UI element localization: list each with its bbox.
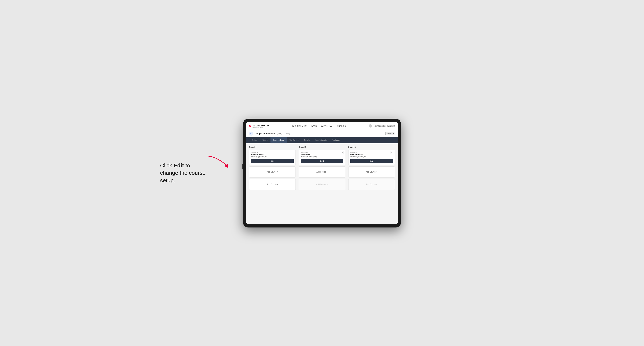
logo-text: SCOREBOARD bbox=[252, 125, 269, 127]
add-course-slot-r1-1[interactable]: Add Course + bbox=[249, 167, 296, 177]
round-3-title: Round 3 bbox=[348, 146, 395, 148]
course-card-round2: ✕ (Course A) Peachtree GC Yellow (M) (66… bbox=[299, 150, 345, 165]
tournament-gender: (Men) bbox=[277, 133, 282, 135]
course-details-r1: Yellow (M) (6629 yds) bbox=[251, 156, 294, 158]
logo-sub: Powered by clippd bbox=[252, 127, 269, 128]
user-avatar bbox=[369, 124, 372, 128]
nav-tournaments[interactable]: TOURNAMENTS bbox=[292, 125, 306, 127]
edit-button-round1[interactable]: Edit bbox=[251, 159, 294, 163]
course-details-r3: Yellow (M) (6629 yds) bbox=[350, 156, 393, 158]
nav-rankings[interactable]: RANKINGS bbox=[336, 125, 346, 127]
course-name-r2: Peachtree GC bbox=[301, 154, 343, 156]
user-area: blair@clippd.io | Sign out bbox=[369, 124, 395, 128]
course-details-r2: Yellow (M) (6629 yds) bbox=[301, 156, 343, 158]
tournament-name: Clippd Invitational bbox=[255, 132, 276, 135]
tab-course-setup[interactable]: Course Setup bbox=[270, 137, 287, 143]
close-icon: ✕ bbox=[393, 132, 394, 135]
course-label-r1: (Course A) bbox=[251, 152, 294, 153]
edit-button-round3[interactable]: Edit bbox=[350, 159, 393, 163]
course-label-r3: (Course A) bbox=[350, 152, 393, 153]
tab-teams[interactable]: Teams bbox=[260, 137, 270, 143]
nav-committee[interactable]: COMMITTEE bbox=[320, 125, 332, 127]
add-course-slot-r2-2: Add Course + bbox=[299, 179, 345, 190]
top-navigation: C SCOREBOARD Powered by clippd TOURNAMEN… bbox=[246, 122, 398, 130]
round-2-column: Round 2 ✕ (Course A) Peachtree GC Yellow… bbox=[299, 146, 345, 191]
course-card-round1: (Course A) Peachtree GC Yellow (M) (6629… bbox=[249, 150, 296, 165]
tab-tee-groups[interactable]: Tee Groups bbox=[287, 137, 302, 143]
course-name-r1: Peachtree GC bbox=[251, 154, 294, 156]
delete-icon-r2[interactable]: ✕ bbox=[341, 151, 344, 154]
round-1-title: Round 1 bbox=[249, 146, 296, 148]
add-course-label-r3-1: Add Course + bbox=[366, 171, 377, 173]
tournament-logo: C bbox=[249, 132, 253, 136]
round-3-column: Round 3 ✕ (Course A) Peachtree GC Yellow… bbox=[348, 146, 395, 191]
add-course-slot-r3-2: Add Course + bbox=[348, 179, 395, 190]
tab-bar: Details Teams Course Setup Tee Groups Re… bbox=[246, 137, 398, 143]
tournament-title-area: C Clippd Invitational (Men) Hosting bbox=[249, 132, 290, 136]
course-name-r3: Peachtree GC bbox=[350, 154, 393, 156]
add-course-label-r2-1: Add Course + bbox=[316, 171, 328, 173]
hosting-badge: Hosting bbox=[284, 133, 290, 135]
add-course-label-r1-1: Add Course + bbox=[267, 171, 278, 173]
tournament-header: C Clippd Invitational (Men) Hosting Canc… bbox=[246, 130, 398, 137]
sign-out-link[interactable]: | Sign out bbox=[387, 125, 395, 127]
nav-teams[interactable]: TEAMS bbox=[310, 125, 317, 127]
add-course-slot-r2-1[interactable]: Add Course + bbox=[299, 167, 345, 177]
cancel-button[interactable]: Cancel ✕ bbox=[385, 132, 395, 135]
logo-area: C SCOREBOARD Powered by clippd bbox=[249, 124, 269, 128]
user-email: blair@clippd.io bbox=[374, 125, 386, 127]
delete-icon-r3[interactable]: ✕ bbox=[390, 151, 393, 154]
add-course-label-r1-2: Add Course + bbox=[267, 183, 278, 185]
add-course-slot-r3-1[interactable]: Add Course + bbox=[348, 167, 395, 177]
round-2-title: Round 2 bbox=[299, 146, 345, 148]
course-card-round3: ✕ (Course A) Peachtree GC Yellow (M) (66… bbox=[348, 150, 395, 165]
tab-leaderboards[interactable]: Leaderboards bbox=[313, 137, 329, 143]
course-label-r2: (Course A) bbox=[301, 152, 343, 153]
nav-links: TOURNAMENTS TEAMS COMMITTEE RANKINGS bbox=[292, 125, 346, 127]
edit-button-round2[interactable]: Edit bbox=[301, 159, 343, 163]
add-course-label-r3-2: Add Course + bbox=[366, 183, 377, 185]
rounds-container: Round 1 (Course A) Peachtree GC Yellow (… bbox=[249, 146, 395, 191]
tab-results[interactable]: Results bbox=[302, 137, 313, 143]
add-course-label-r2-2: Add Course + bbox=[316, 183, 328, 185]
logo-icon: C bbox=[249, 124, 251, 127]
tab-printables[interactable]: Printables bbox=[329, 137, 342, 143]
tab-details[interactable]: Details bbox=[249, 137, 260, 143]
tablet-frame: C SCOREBOARD Powered by clippd TOURNAMEN… bbox=[243, 119, 401, 227]
instruction-text: Click Edit to change the course setup. bbox=[160, 162, 210, 184]
arrow-indicator bbox=[207, 155, 229, 170]
main-content: Round 1 (Course A) Peachtree GC Yellow (… bbox=[246, 143, 398, 224]
add-course-slot-r1-2[interactable]: Add Course + bbox=[249, 179, 296, 190]
round-1-column: Round 1 (Course A) Peachtree GC Yellow (… bbox=[249, 146, 296, 191]
